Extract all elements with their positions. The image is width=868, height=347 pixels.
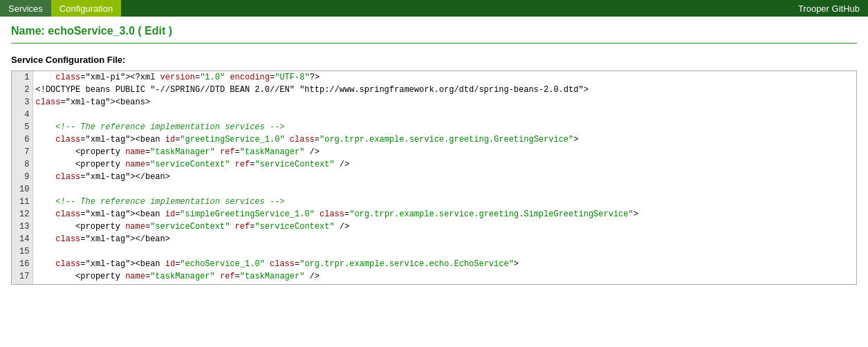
- page-title-prefix: Name: echoService_3.0 (: [11, 25, 145, 37]
- xml-table: 1 class="xml-pi"><?xml version="1.0" enc…: [12, 71, 856, 285]
- line-number: 15: [12, 245, 33, 258]
- table-row: 5 <!-- The reference implementation serv…: [12, 121, 856, 133]
- line-number: 5: [12, 121, 33, 133]
- table-row: 1 class="xml-pi"><?xml version="1.0" enc…: [12, 71, 856, 84]
- section-label: Service Configuration File:: [11, 55, 857, 65]
- table-row: 17 <property name="taskManager" ref="tas…: [12, 270, 856, 283]
- line-code: class="xml-tag"></bean>: [33, 171, 856, 183]
- table-row: 4: [12, 109, 856, 121]
- line-code: class="xml-tag"><bean id="simpleGreeting…: [33, 208, 856, 221]
- line-number: 16: [12, 258, 33, 270]
- table-row: 14 class="xml-tag"></bean>: [12, 233, 856, 245]
- table-row: 8 <property name="serviceContext" ref="s…: [12, 158, 856, 171]
- line-number: 9: [12, 171, 33, 183]
- line-code: <!DOCTYPE beans PUBLIC "-//SPRING//DTD B…: [33, 84, 856, 96]
- line-number: 11: [12, 196, 33, 208]
- line-number: 2: [12, 84, 33, 96]
- line-code: <!-- The reference implementation servic…: [33, 196, 856, 208]
- line-number: 4: [12, 109, 33, 121]
- table-row: 2<!DOCTYPE beans PUBLIC "-//SPRING//DTD …: [12, 84, 856, 96]
- table-row: 12 class="xml-tag"><bean id="simpleGreet…: [12, 208, 856, 221]
- table-row: 7 <property name="taskManager" ref="task…: [12, 146, 856, 158]
- nav-spacer: [121, 0, 790, 17]
- line-code: <property name="serviceContext" ref="ser…: [33, 158, 856, 171]
- line-number: 17: [12, 270, 33, 283]
- line-number: 14: [12, 233, 33, 245]
- line-code: class="xml-tag"><bean id="greetingServic…: [33, 133, 856, 146]
- line-code: <property name="taskManager" ref="taskMa…: [33, 270, 856, 283]
- line-number: 1: [12, 71, 33, 84]
- line-code: class="xml-tag"></bean>: [33, 233, 856, 245]
- page-title-suffix: ): [165, 25, 172, 37]
- table-row: 15: [12, 245, 856, 258]
- line-code: <!-- The reference implementation servic…: [33, 121, 856, 133]
- line-number: 8: [12, 158, 33, 171]
- line-code: class="xml-tag"><bean id="echoService_1.…: [33, 258, 856, 270]
- title-divider: [11, 43, 857, 44]
- page-content: Name: echoService_3.0 ( Edit ) Service C…: [0, 17, 868, 285]
- line-code: class="xml-tag"><beans>: [33, 96, 856, 109]
- line-code: <property name="serviceContext" ref="ser…: [33, 221, 856, 233]
- table-row: 10: [12, 183, 856, 196]
- navbar: Services Configuration Trooper GitHub: [0, 0, 868, 17]
- nav-configuration[interactable]: Configuration: [51, 0, 121, 17]
- line-number: 7: [12, 146, 33, 158]
- line-number: 6: [12, 133, 33, 146]
- xml-tbody: 1 class="xml-pi"><?xml version="1.0" enc…: [12, 71, 856, 285]
- table-row: 6 class="xml-tag"><bean id="greetingServ…: [12, 133, 856, 146]
- xml-editor[interactable]: 1 class="xml-pi"><?xml version="1.0" enc…: [11, 71, 857, 285]
- line-code: <property name="taskManager" ref="taskMa…: [33, 146, 856, 158]
- table-row: 13 <property name="serviceContext" ref="…: [12, 221, 856, 233]
- line-code: <property name="serviceContext" ref="ser…: [33, 283, 856, 285]
- line-number: 13: [12, 221, 33, 233]
- table-row: 11 <!-- The reference implementation ser…: [12, 196, 856, 208]
- table-row: 16 class="xml-tag"><bean id="echoService…: [12, 258, 856, 270]
- line-number: 12: [12, 208, 33, 221]
- table-row: 9 class="xml-tag"></bean>: [12, 171, 856, 183]
- line-number: 10: [12, 183, 33, 196]
- line-number: 18: [12, 283, 33, 285]
- edit-link[interactable]: Edit: [145, 25, 165, 37]
- line-number: 3: [12, 96, 33, 109]
- nav-github[interactable]: Trooper GitHub: [790, 0, 868, 17]
- table-row: 3class="xml-tag"><beans>: [12, 96, 856, 109]
- line-code: [33, 183, 856, 196]
- line-code: [33, 245, 856, 258]
- line-code: [33, 109, 856, 121]
- page-title: Name: echoService_3.0 ( Edit ): [11, 25, 857, 37]
- table-row: 18 <property name="serviceContext" ref="…: [12, 283, 856, 285]
- nav-services[interactable]: Services: [0, 0, 51, 17]
- line-code: class="xml-pi"><?xml version="1.0" encod…: [33, 71, 856, 84]
